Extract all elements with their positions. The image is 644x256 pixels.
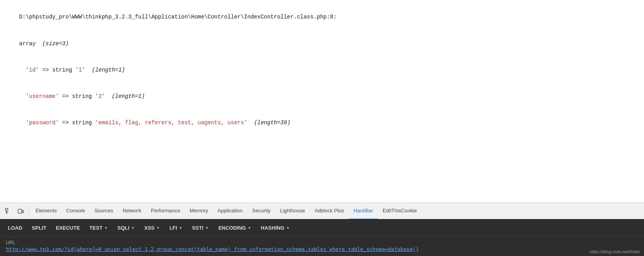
tab-adblock-plus[interactable]: Adblock Plus	[310, 203, 349, 219]
hackbar-xss-button[interactable]: XSS ▼	[140, 223, 164, 233]
toolbar-separator	[29, 206, 29, 216]
tab-performance[interactable]: Performance	[146, 203, 185, 219]
tab-network[interactable]: Network	[118, 203, 146, 219]
tab-security[interactable]: Security	[247, 203, 275, 219]
code-line-5: 'password' => string 'emails, flag, refe…	[6, 110, 638, 136]
hackbar-encoding-button[interactable]: ENCODING ▼	[215, 223, 255, 233]
tab-hackbar[interactable]: HackBar	[349, 203, 378, 219]
code-line-4: 'username' => string '2' (length=1)	[6, 83, 638, 110]
code-line-3: 'id' => string '1' (length=1)	[6, 57, 638, 83]
test-dropdown-arrow: ▼	[104, 226, 108, 230]
svg-rect-4	[22, 210, 24, 213]
tab-application[interactable]: Application	[213, 203, 248, 219]
hackbar-hashing-button[interactable]: HASHING ▼	[257, 223, 294, 233]
hackbar-test-button[interactable]: TEST ▼	[85, 223, 112, 233]
hackbar-ssti-button[interactable]: SSTI ▼	[188, 223, 213, 233]
tab-editthiscookie[interactable]: EditThisCookie	[378, 203, 422, 219]
svg-rect-0	[6, 208, 8, 211]
tab-console[interactable]: Console	[61, 203, 90, 219]
hackbar-split-button[interactable]: SPLIT	[28, 223, 50, 233]
device-toggle-icon[interactable]	[15, 205, 27, 217]
hackbar-sqli-button[interactable]: SQLI ▼	[113, 223, 139, 233]
inspect-icon[interactable]	[2, 205, 15, 217]
devtools-bar: Elements Console Sources Network Perform…	[0, 203, 644, 219]
hackbar-execute-button[interactable]: EXECUTE	[52, 223, 84, 233]
svg-rect-3	[18, 209, 22, 213]
main-content: D:\phpstudy_pro\WWW\thinkphp_3.2.3_full\…	[0, 0, 644, 203]
tab-memory[interactable]: Memory	[185, 203, 213, 219]
hackbar-toolbar: LOAD SPLIT EXECUTE TEST ▼ SQLI ▼ XSS ▼ L…	[0, 219, 644, 236]
hackbar-lfi-button[interactable]: LFI ▼	[165, 223, 186, 233]
lfi-dropdown-arrow: ▼	[179, 226, 183, 230]
url-value[interactable]: http://www.tp3.com/?id[where]=0 union se…	[6, 246, 638, 252]
code-line-1: D:\phpstudy_pro\WWW\thinkphp_3.2.3_full\…	[6, 4, 638, 30]
hackbar-load-button[interactable]: LOAD	[4, 223, 26, 233]
code-line-2: array (size=3)	[6, 30, 638, 57]
hackbar-url-area: URL http://www.tp3.com/?id[where]=0 unio…	[0, 236, 644, 256]
watermark: https://blog.csdn.net/rfrder	[590, 249, 640, 254]
tab-elements[interactable]: Elements	[31, 203, 61, 219]
tab-sources[interactable]: Sources	[90, 203, 118, 219]
hashing-dropdown-arrow: ▼	[286, 226, 290, 230]
tab-lighthouse[interactable]: Lighthouse	[275, 203, 310, 219]
encoding-dropdown-arrow: ▼	[248, 226, 252, 230]
sqli-dropdown-arrow: ▼	[131, 226, 135, 230]
ssti-dropdown-arrow: ▼	[205, 226, 209, 230]
url-label: URL	[6, 240, 638, 245]
xss-dropdown-arrow: ▼	[156, 226, 160, 230]
